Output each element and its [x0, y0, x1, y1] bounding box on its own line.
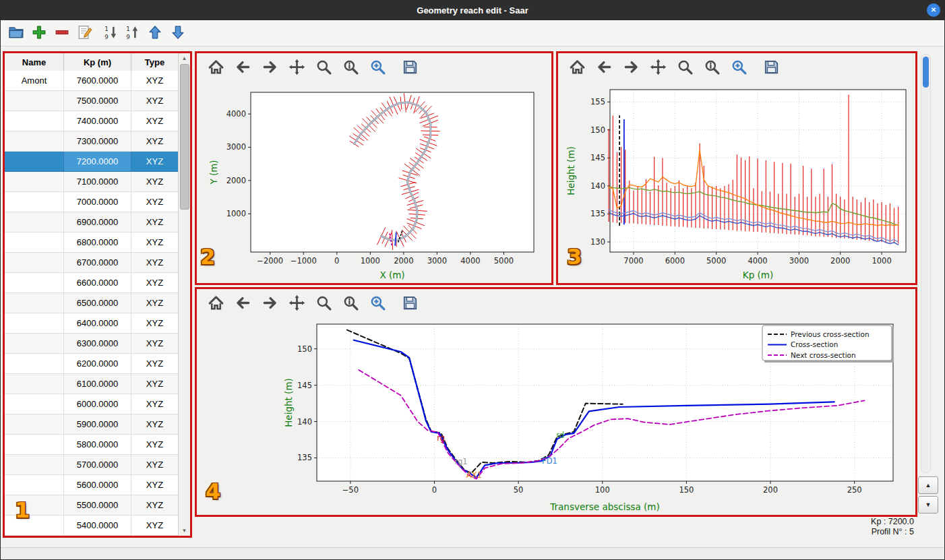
cell-name[interactable] [5, 91, 64, 111]
window-scrollbar-thumb[interactable] [923, 57, 929, 88]
table-row[interactable]: 6300.0000XYZ [5, 334, 179, 354]
cell-kp[interactable]: 6500.0000 [64, 293, 131, 313]
window-scrollbar[interactable] [921, 54, 931, 473]
table-row[interactable]: 5700.0000XYZ [5, 455, 179, 475]
pan-button[interactable] [647, 57, 669, 78]
cell-type[interactable]: XYZ [131, 455, 179, 475]
table-row[interactable]: 7300.0000XYZ [5, 131, 179, 152]
cell-name[interactable] [5, 313, 64, 334]
cell-name[interactable] [5, 172, 64, 192]
table-row[interactable]: 6000.0000XYZ [5, 394, 179, 414]
table-row[interactable]: 6400.0000XYZ [5, 313, 179, 334]
table-row[interactable]: 6800.0000XYZ [5, 232, 179, 253]
home-button[interactable] [205, 57, 226, 78]
back-button[interactable] [232, 292, 253, 314]
table-row[interactable]: 6100.0000XYZ [5, 374, 179, 394]
cell-name[interactable] [5, 516, 64, 536]
save-button[interactable] [399, 292, 421, 314]
cell-type[interactable]: XYZ [131, 414, 179, 435]
zoom-region-button[interactable] [728, 57, 750, 78]
plan-view-chart[interactable]: −2000−1000010002000300040005000100020003… [197, 82, 551, 283]
cell-type[interactable]: XYZ [131, 313, 179, 334]
cell-kp[interactable]: 6400.0000 [64, 313, 131, 334]
save-button[interactable] [399, 57, 421, 78]
previous-profile-button[interactable]: ▲ [918, 476, 938, 494]
cell-name[interactable] [5, 334, 64, 354]
zoom-region-button[interactable] [367, 292, 388, 314]
table-row[interactable]: 6600.0000XYZ [5, 273, 179, 293]
titlebar[interactable]: Geometry reach edit - Saar ✕ [0, 0, 945, 20]
cell-name[interactable] [5, 111, 64, 131]
forward-button[interactable] [620, 57, 642, 78]
cell-kp[interactable]: 5800.0000 [64, 435, 131, 455]
cell-kp[interactable]: 7100.0000 [64, 172, 131, 192]
table-row[interactable]: 5900.0000XYZ [5, 414, 179, 435]
cell-type[interactable]: XYZ [131, 91, 179, 111]
home-button[interactable] [205, 292, 226, 314]
table-scrollbar-thumb[interactable] [180, 64, 189, 210]
table-row[interactable]: 6500.0000XYZ [5, 293, 179, 313]
cell-kp[interactable]: 5600.0000 [64, 475, 131, 495]
save-button[interactable] [760, 57, 782, 78]
table-row[interactable]: 7500.0000XYZ [5, 91, 179, 111]
header-name[interactable]: Name [5, 53, 64, 71]
forward-button[interactable] [259, 292, 280, 314]
cell-name[interactable] [5, 354, 64, 374]
cell-kp[interactable]: 7300.0000 [64, 131, 131, 152]
cell-type[interactable]: XYZ [131, 354, 179, 374]
pan-button[interactable] [286, 57, 307, 78]
longitudinal-profile-chart[interactable]: 7000600050004000300020001000130135140145… [558, 82, 915, 283]
home-button[interactable] [566, 57, 588, 78]
cell-kp[interactable]: 5400.0000 [64, 516, 131, 536]
cell-kp[interactable]: 6000.0000 [64, 394, 131, 414]
cell-name[interactable]: Amont [5, 71, 64, 91]
cell-type[interactable]: XYZ [131, 516, 179, 536]
header-type[interactable]: Type [131, 53, 179, 71]
cell-kp[interactable]: 5700.0000 [64, 455, 131, 475]
cell-name[interactable] [5, 455, 64, 475]
inspect-button[interactable] [340, 292, 361, 314]
cell-name[interactable] [5, 212, 64, 232]
table-row[interactable]: 7400.0000XYZ [5, 111, 179, 131]
back-button[interactable] [593, 57, 615, 78]
cell-type[interactable]: XYZ [131, 475, 179, 495]
add-button[interactable] [28, 22, 50, 44]
pan-button[interactable] [286, 292, 307, 314]
scroll-down-arrow-icon[interactable]: ▼ [179, 528, 190, 534]
table-row[interactable]: 6200.0000XYZ [5, 354, 179, 374]
cell-name[interactable] [5, 475, 64, 495]
sort-ascending-button[interactable]: 19 [121, 22, 143, 44]
table-row[interactable]: 6900.0000XYZ [5, 212, 179, 232]
cell-name[interactable] [5, 293, 64, 313]
move-up-button[interactable] [144, 22, 166, 44]
cell-kp[interactable]: 6100.0000 [64, 374, 131, 394]
cell-type[interactable]: XYZ [131, 334, 179, 354]
cell-name[interactable] [5, 192, 64, 212]
cell-type[interactable]: XYZ [131, 212, 179, 232]
table-row[interactable]: 5500.0000XYZ [5, 495, 179, 516]
move-down-button[interactable] [167, 22, 189, 44]
cell-kp[interactable]: 7400.0000 [64, 111, 131, 131]
cell-kp[interactable]: 7600.0000 [64, 71, 131, 91]
cell-kp[interactable]: 7200.0000 [64, 152, 131, 172]
inspect-button[interactable] [701, 57, 723, 78]
cell-type[interactable]: XYZ [131, 495, 179, 516]
back-button[interactable] [232, 57, 253, 78]
sort-descending-button[interactable]: 19 [100, 22, 121, 44]
cell-name[interactable] [5, 374, 64, 394]
cell-kp[interactable]: 7500.0000 [64, 91, 131, 111]
table-row[interactable]: 6700.0000XYZ [5, 253, 179, 273]
cell-kp[interactable]: 6900.0000 [64, 212, 131, 232]
cell-kp[interactable]: 5900.0000 [64, 414, 131, 435]
inspect-button[interactable] [340, 57, 361, 78]
cross-section-chart[interactable]: −50050100150200250135140145150Transverse… [197, 317, 915, 515]
cell-kp[interactable]: 6800.0000 [64, 232, 131, 253]
cell-name[interactable] [5, 394, 64, 414]
cell-name[interactable] [5, 435, 64, 455]
cell-kp[interactable]: 6200.0000 [64, 354, 131, 374]
cell-type[interactable]: XYZ [131, 293, 179, 313]
cell-kp[interactable]: 5500.0000 [64, 495, 131, 516]
table-row[interactable]: Amont7600.0000XYZ [5, 71, 179, 91]
zoom-button[interactable] [313, 292, 334, 314]
table-row[interactable]: 7000.0000XYZ [5, 192, 179, 212]
